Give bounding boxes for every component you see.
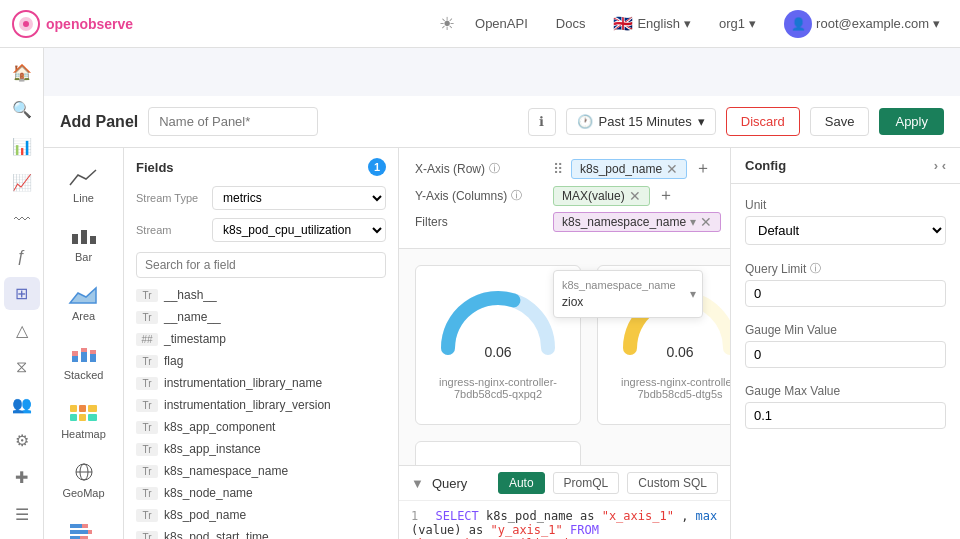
apply-button[interactable]: Apply (879, 108, 944, 135)
query-mode-promql[interactable]: PromQL (553, 472, 620, 494)
chart-type-hstacked[interactable]: H-Stacked (48, 511, 119, 539)
query-limit-label: Query Limit ⓘ (745, 261, 946, 276)
sidebar-item-search[interactable]: 🔍 (4, 93, 40, 126)
sidebar-item-plugins[interactable]: ✚ (4, 461, 40, 494)
field-type-badge: ## (136, 333, 158, 346)
docs-link[interactable]: Docs (548, 12, 594, 35)
query-panel: X-Axis (Row) ⓘ ⠿ k8s_pod_name ✕ ＋ (399, 148, 730, 539)
query-collapse-icon[interactable]: ▼ (411, 476, 424, 491)
query-mode-auto[interactable]: Auto (498, 472, 545, 494)
svg-rect-8 (72, 351, 78, 356)
field-search-input[interactable] (136, 252, 386, 278)
sidebar-item-settings[interactable]: ⚙ (4, 424, 40, 457)
x-axis-remove[interactable]: ✕ (666, 162, 678, 176)
fields-list: Tr__hash__Tr__name__##_timestampTrflagTr… (124, 284, 398, 539)
chart-type-heatmap[interactable]: Heatmap (48, 393, 119, 448)
field-item[interactable]: ##_timestamp (124, 328, 398, 350)
y-axis-info-icon: ⓘ (511, 188, 522, 203)
area-chart-icon (68, 283, 100, 307)
chart-type-geomap[interactable]: GeoMap (48, 452, 119, 507)
gauge-value: 0.06 (666, 344, 693, 360)
y-axis-add[interactable]: ＋ (658, 185, 674, 206)
svg-rect-16 (70, 414, 77, 421)
filter-tag-container: k8s_namespace_name ▾ ✕ k8s_namespace_nam… (553, 212, 721, 232)
svg-rect-9 (81, 352, 87, 362)
chart-type-line[interactable]: Line (48, 157, 119, 212)
sidebar-item-metrics[interactable]: 📈 (4, 167, 40, 200)
chart-type-bar[interactable]: Bar (48, 216, 119, 271)
field-item[interactable]: Trk8s_pod_start_time (124, 526, 398, 539)
filter-popup-label: k8s_namespace_name (562, 279, 694, 291)
filter-remove[interactable]: ✕ (700, 215, 712, 229)
x-axis-add[interactable]: ＋ (695, 158, 711, 179)
x-axis-drag-handle[interactable]: ⠿ (553, 161, 563, 177)
sidebar-item-list[interactable]: ☰ (4, 498, 40, 531)
save-button[interactable]: Save (810, 107, 870, 136)
geomap-chart-icon (68, 460, 100, 484)
user-chevron-icon: ▾ (933, 16, 940, 31)
panel-name-input[interactable] (148, 107, 318, 136)
chart-label: ingress-nginx-controller-7bdb58cd5-qxpq2 (428, 376, 568, 400)
openapi-link[interactable]: OpenAPI (467, 12, 536, 35)
field-item[interactable]: Trk8s_node_name (124, 482, 398, 504)
sidebar-item-alerts[interactable]: △ (4, 314, 40, 347)
avatar: 👤 (784, 10, 812, 38)
config-collapse-icon[interactable]: › ‹ (934, 158, 946, 173)
field-type-badge: Tr (136, 443, 158, 456)
user-menu[interactable]: 👤 root@example.com ▾ (776, 6, 948, 42)
field-item[interactable]: Trk8s_pod_name (124, 504, 398, 526)
sidebar-item-users[interactable]: 👥 (4, 388, 40, 421)
stream-type-select[interactable]: metrics (212, 186, 386, 210)
field-type-badge: Tr (136, 465, 158, 478)
sidebar-item-filter[interactable]: ⧖ (4, 351, 40, 384)
clock-icon: 🕐 (577, 114, 593, 129)
gauge-min-input[interactable] (745, 341, 946, 368)
field-item[interactable]: Trk8s_app_instance (124, 438, 398, 460)
time-range-button[interactable]: 🕐 Past 15 Minutes ▾ (566, 108, 716, 135)
sidebar-item-traces[interactable]: 〰 (4, 203, 40, 236)
stream-row: Stream k8s_pod_cpu_utilization (124, 214, 398, 246)
field-item[interactable]: Tr__name__ (124, 306, 398, 328)
chart-type-stacked[interactable]: Stacked (48, 334, 119, 389)
stream-type-row: Stream Type metrics (124, 182, 398, 214)
field-type-badge: Tr (136, 399, 158, 412)
field-item[interactable]: Trk8s_app_component (124, 416, 398, 438)
stream-select[interactable]: k8s_pod_cpu_utilization (212, 218, 386, 242)
info-button[interactable]: ℹ (528, 108, 556, 136)
field-name-label: flag (164, 354, 183, 368)
field-name-label: instrumentation_library_version (164, 398, 331, 412)
field-name-label: k8s_node_name (164, 486, 253, 500)
field-item[interactable]: Tr__hash__ (124, 284, 398, 306)
x-axis-label: X-Axis (Row) ⓘ (415, 161, 545, 176)
query-body: 1 SELECT k8s_pod_name as "x_axis_1" , ma… (399, 501, 730, 539)
theme-icon[interactable]: ☀ (439, 13, 455, 35)
sidebar-item-dashboards[interactable]: ⊞ (4, 277, 40, 310)
field-item[interactable]: Trinstrumentation_library_name (124, 372, 398, 394)
filter-popup: k8s_namespace_name ziox ▾ (553, 270, 703, 318)
field-item[interactable]: Trflag (124, 350, 398, 372)
org-chevron-icon: ▾ (749, 16, 756, 31)
sidebar-item-logs[interactable]: 📊 (4, 130, 40, 163)
org-selector[interactable]: org1 ▾ (711, 12, 764, 35)
gauge-max-input[interactable] (745, 402, 946, 429)
unit-select[interactable]: Default (745, 216, 946, 245)
query-title: Query (432, 476, 467, 491)
query-line-1: 1 SELECT k8s_pod_name as "x_axis_1" , ma… (411, 509, 718, 539)
chart-type-area[interactable]: Area (48, 275, 119, 330)
filters-row: Filters k8s_namespace_name ▾ ✕ (415, 212, 714, 232)
discard-button[interactable]: Discard (726, 107, 800, 136)
y-axis-row: Y-Axis (Columns) ⓘ MAX(value) ✕ ＋ (415, 185, 714, 206)
language-selector[interactable]: 🇬🇧 English ▾ (605, 10, 699, 37)
svg-rect-4 (81, 230, 87, 244)
sidebar-item-home[interactable]: 🏠 (4, 56, 40, 89)
sidebar-item-functions[interactable]: ƒ (4, 240, 40, 273)
x-axis-row: X-Axis (Row) ⓘ ⠿ k8s_pod_name ✕ ＋ (415, 158, 714, 179)
bar-chart-icon (68, 224, 100, 248)
field-item[interactable]: Trinstrumentation_library_version (124, 394, 398, 416)
query-limit-input[interactable] (745, 280, 946, 307)
y-axis-remove[interactable]: ✕ (629, 189, 641, 203)
filter-tag[interactable]: k8s_namespace_name ▾ ✕ (553, 212, 721, 232)
query-mode-custom[interactable]: Custom SQL (627, 472, 718, 494)
axis-config: X-Axis (Row) ⓘ ⠿ k8s_pod_name ✕ ＋ (399, 148, 730, 249)
field-item[interactable]: Trk8s_namespace_name (124, 460, 398, 482)
